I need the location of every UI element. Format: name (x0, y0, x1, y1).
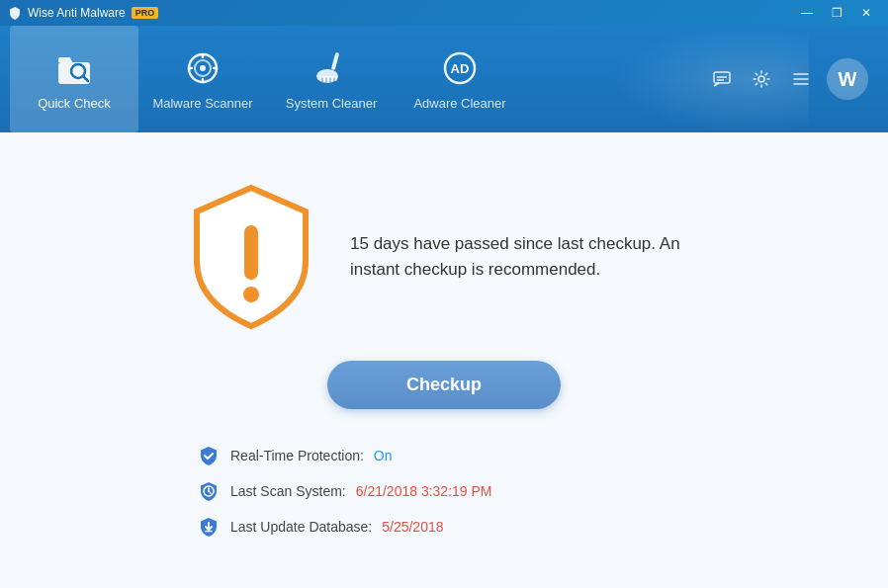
header-nav: Quick Check Malware Scanner (0, 26, 888, 132)
download-shield-icon (197, 515, 221, 539)
last-update-item: Last Update Database: 5/25/2018 (197, 515, 691, 539)
feedback-button[interactable] (708, 65, 736, 93)
nav-system-cleaner-label: System Cleaner (286, 96, 377, 111)
main-content: 15 days have passed since last checkup. … (0, 132, 888, 588)
warning-text: 15 days have passed since last checkup. … (350, 231, 706, 282)
scan-clock-icon (197, 479, 221, 503)
pro-badge: PRO (132, 7, 159, 19)
svg-point-5 (200, 65, 206, 71)
nav-adware-cleaner[interactable]: AD Adware Cleaner (396, 26, 524, 132)
real-time-label: Real-Time Protection: (230, 448, 364, 463)
nav-malware-scanner-label: Malware Scanner (152, 96, 252, 111)
last-update-value: 5/25/2018 (382, 519, 443, 535)
svg-point-28 (243, 287, 259, 302)
svg-rect-27 (244, 225, 258, 280)
close-button[interactable]: ✕ (852, 3, 880, 23)
shield-check-icon (197, 444, 221, 467)
real-time-value[interactable]: On (374, 448, 393, 463)
title-bar: Wise Anti Malware PRO — ❐ ✕ (0, 0, 888, 26)
header-right: W (524, 26, 878, 132)
app-title: Wise Anti Malware (28, 6, 126, 20)
restore-button[interactable]: ❐ (823, 3, 850, 23)
nav-system-cleaner[interactable]: System Cleaner (267, 26, 396, 132)
quick-check-icon (54, 48, 94, 88)
shield-warning-icon (182, 183, 320, 331)
nav-adware-cleaner-label: Adware Cleaner (413, 96, 505, 111)
app-icon (8, 6, 22, 20)
malware-scanner-icon (183, 48, 222, 88)
nav-quick-check[interactable]: Quick Check (10, 26, 138, 132)
svg-text:AD: AD (451, 61, 470, 76)
last-scan-item: Last Scan System: 6/21/2018 3:32:19 PM (197, 479, 691, 503)
adware-cleaner-icon: AD (440, 48, 480, 88)
content-top: 15 days have passed since last checkup. … (182, 183, 706, 331)
system-cleaner-icon (311, 48, 351, 88)
svg-point-23 (758, 76, 764, 82)
checkup-button[interactable]: Checkup (327, 361, 561, 409)
minimize-button[interactable]: — (793, 3, 821, 23)
menu-button[interactable] (787, 65, 815, 93)
status-section: Real-Time Protection: On Last Scan Syste… (197, 444, 691, 539)
last-update-label: Last Update Database: (230, 519, 372, 535)
avatar[interactable]: W (827, 58, 868, 100)
svg-rect-10 (331, 51, 340, 69)
warning-message: 15 days have passed since last checkup. … (350, 231, 706, 282)
title-bar-left: Wise Anti Malware PRO (8, 6, 793, 20)
real-time-protection-item: Real-Time Protection: On (197, 444, 691, 467)
last-scan-label: Last Scan System: (230, 483, 346, 499)
title-bar-controls: — ❐ ✕ (793, 3, 880, 23)
settings-button[interactable] (748, 65, 775, 93)
nav-quick-check-label: Quick Check (38, 96, 111, 111)
nav-malware-scanner[interactable]: Malware Scanner (138, 26, 267, 132)
last-scan-value: 6/21/2018 3:32:19 PM (356, 483, 492, 499)
